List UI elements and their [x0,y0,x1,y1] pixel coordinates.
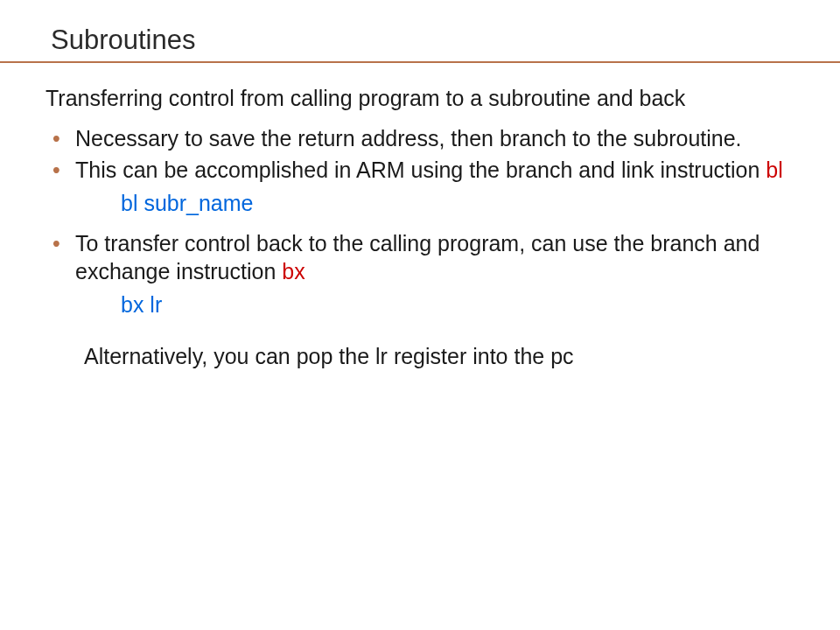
code-example: bl subr_name [121,187,788,220]
instruction-highlight: bl [766,158,782,182]
bullet-list: To transfer control back to the calling … [46,229,788,285]
bullet-text: This can be accomplished in ARM using th… [75,158,766,182]
code-example: bx lr [121,289,788,322]
alt-paragraph: Alternatively, you can pop the lr regist… [84,342,788,370]
bullet-text: Necessary to save the return address, th… [75,126,742,150]
slide-title: Subroutines [51,24,788,56]
bullet-text: To transfer control back to the calling … [75,231,760,284]
list-item: To transfer control back to the calling … [46,229,788,285]
list-item: Necessary to save the return address, th… [46,124,788,152]
list-item: This can be accomplished in ARM using th… [46,156,788,184]
bullet-list: Necessary to save the return address, th… [46,124,788,184]
instruction-highlight: bx [282,259,304,284]
title-divider [0,61,840,63]
intro-paragraph: Transferring control from calling progra… [46,84,788,112]
